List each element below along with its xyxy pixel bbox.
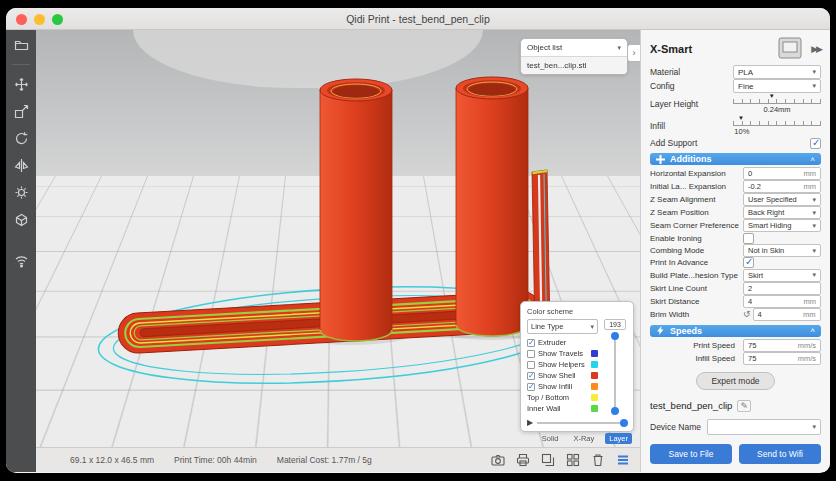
extruder-checkbox[interactable] — [527, 339, 535, 347]
material-cost: Material Cost: 1.77m / 5g — [277, 455, 372, 465]
mirror-icon[interactable] — [13, 157, 29, 173]
settings-panel: X-Smart ▶▶ Material PLA▾ Config Fine▾ — [640, 30, 830, 472]
chevron-down-icon: ▾ — [812, 423, 816, 431]
path-progress-slider[interactable] — [537, 422, 627, 424]
trash-icon[interactable] — [590, 453, 605, 468]
slider-marker[interactable]: ▼ — [769, 93, 775, 99]
per-model-settings-icon[interactable] — [13, 184, 29, 200]
combing-mode-select[interactable]: Not in Skin▾ — [743, 244, 821, 257]
view-mode-xray[interactable]: X-Ray — [569, 433, 598, 444]
helpers-color-swatch — [591, 361, 598, 368]
seam-corner-preference-select[interactable]: Smart Hiding▾ — [743, 219, 821, 232]
infill-speed-input[interactable]: 75mm/s — [743, 352, 821, 365]
top-bottom-color-swatch — [591, 394, 598, 401]
legend-inner-wall: Inner Wall — [527, 403, 598, 414]
reset-icon[interactable]: ↺ — [743, 309, 751, 319]
infill-color-swatch — [591, 383, 598, 390]
config-select[interactable]: Fine▾ — [733, 79, 821, 93]
horizontal-expansion-input[interactable]: 0mm — [743, 167, 821, 180]
layer-range-slider[interactable] — [614, 333, 616, 414]
setting-row-combing-mode: Combing Mode Not in Skin▾ — [650, 244, 821, 257]
chevron-down-icon: ▾ — [812, 68, 816, 76]
add-support-label: Add Support — [650, 138, 733, 148]
setting-row-horizontal-expansion: Horizontal Expansion 0mm — [650, 167, 821, 180]
setting-row-build-plate-adhesion: Build Plate...hesion Type Skirt▾ — [650, 269, 821, 282]
layer-slider-top-handle[interactable] — [611, 332, 619, 340]
show-travels-checkbox[interactable] — [527, 350, 535, 358]
support-blocker-icon[interactable] — [13, 211, 29, 227]
edit-job-name-icon[interactable]: ✎ — [737, 400, 751, 412]
layer-slider-bottom-handle[interactable] — [611, 407, 619, 415]
add-support-checkbox[interactable] — [810, 138, 821, 149]
zoom-window-button[interactable] — [52, 14, 63, 25]
z-seam-position-select[interactable]: Back Right▾ — [743, 206, 821, 219]
title-bar: Qidi Print - test_bend_pen_clip — [6, 8, 830, 30]
setting-row-skirt-distance: Skirt Distance 4mm — [650, 295, 821, 308]
additions-section-header[interactable]: Additions ˄ — [650, 153, 821, 165]
layer-height-slider[interactable]: ▼ 0.24mm — [733, 93, 821, 115]
slider-marker[interactable]: ▼ — [738, 115, 744, 121]
infill-slider[interactable]: ▼ 10% — [733, 115, 821, 137]
arrange-icon[interactable] — [565, 453, 580, 468]
layer-view-icon[interactable] — [615, 453, 630, 468]
chevron-up-icon: ˄ — [810, 155, 815, 164]
layer-height-label: Layer Height — [650, 99, 733, 109]
printer-name[interactable]: X-Smart — [650, 43, 692, 55]
show-shell-checkbox[interactable] — [527, 372, 535, 380]
build-plate-adhesion-select[interactable]: Skirt▾ — [743, 269, 821, 282]
show-infill-checkbox[interactable] — [527, 383, 535, 391]
setting-row-initial-layer-expansion: Initial La... Expansion -0.2mm — [650, 180, 821, 193]
z-seam-alignment-select[interactable]: User Specified▾ — [743, 193, 821, 206]
chevron-down-icon: ▾ — [590, 323, 594, 331]
line-type-select[interactable]: Line Type ▾ — [527, 319, 598, 334]
skirt-line-count-input[interactable]: 2 — [743, 282, 821, 295]
material-select[interactable]: PLA▾ — [733, 65, 821, 79]
initial-layer-expansion-input[interactable]: -0.2mm — [743, 180, 821, 193]
printer-thumbnail-icon — [775, 36, 805, 62]
view-mode-solid[interactable]: Solid — [538, 433, 563, 444]
open-file-icon[interactable] — [13, 37, 29, 53]
inner-wall-color-swatch — [591, 405, 598, 412]
toggle-extruder: Extruder — [527, 337, 598, 348]
brim-width-input[interactable]: 4mm — [753, 308, 821, 321]
viewport-3d[interactable]: Object list ▾ test_ben...clip.stl › Colo… — [36, 30, 640, 472]
right-cylinder-model — [456, 77, 528, 336]
view-mode-selector: Solid X-Ray Layer — [538, 433, 632, 444]
save-to-file-button[interactable]: Save to File — [650, 444, 732, 464]
expert-mode-button[interactable]: Expert mode — [696, 372, 774, 390]
object-list-header[interactable]: Object list ▾ — [521, 39, 627, 57]
play-icon[interactable]: ▶ — [527, 418, 533, 427]
left-cylinder-model — [320, 79, 392, 341]
path-slider-handle[interactable] — [620, 419, 628, 427]
enable-ironing-checkbox[interactable] — [743, 233, 754, 244]
setting-row-print-in-advance: Print In Advance — [650, 257, 821, 269]
next-printer-icon[interactable]: ▶▶ — [811, 44, 821, 54]
print-speed-input[interactable]: 75mm/s — [743, 339, 821, 352]
skirt-distance-input[interactable]: 4mm — [743, 295, 821, 308]
object-list-item[interactable]: test_ben...clip.stl — [521, 57, 627, 74]
chevron-down-icon: ▾ — [812, 196, 816, 204]
speeds-icon — [656, 326, 665, 335]
collapse-panel-button[interactable]: › — [627, 44, 640, 62]
layer-number-input[interactable]: 193 — [604, 319, 626, 330]
camera-icon[interactable] — [490, 453, 505, 468]
print-in-advance-checkbox[interactable] — [743, 257, 754, 268]
close-window-button[interactable] — [16, 14, 27, 25]
wifi-icon[interactable] — [13, 252, 29, 268]
scale-icon[interactable] — [13, 103, 29, 119]
move-icon[interactable] — [13, 76, 29, 92]
send-to-wifi-button[interactable]: Send to Wifi — [739, 444, 821, 464]
infill-label: Infill — [650, 121, 733, 131]
device-name-label: Device Name — [650, 422, 701, 432]
view-mode-layer[interactable]: Layer — [605, 433, 632, 444]
copy-icon[interactable] — [540, 453, 555, 468]
device-name-select[interactable]: ▾ — [707, 419, 821, 435]
toggle-show-helpers: Show Helpers — [527, 359, 598, 370]
layer-height-value: 0.24mm — [763, 105, 790, 114]
rotate-icon[interactable] — [13, 130, 29, 146]
printer-icon[interactable] — [515, 453, 530, 468]
print-time: Print Time: 00h 44min — [174, 455, 257, 465]
minimize-window-button[interactable] — [34, 14, 45, 25]
show-helpers-checkbox[interactable] — [527, 361, 535, 369]
speeds-section-header[interactable]: Speeds ˄ — [650, 325, 821, 337]
